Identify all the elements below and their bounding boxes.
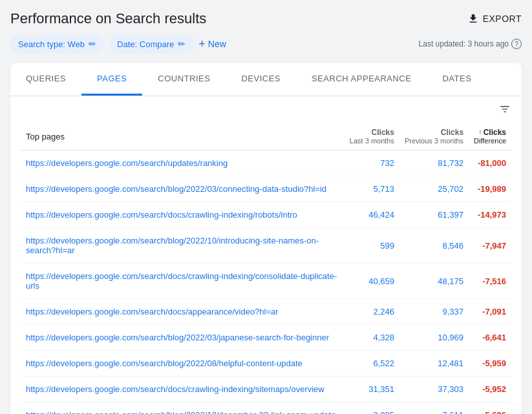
- row-url[interactable]: https://developers.google.com/search/blo…: [21, 325, 345, 351]
- tab-pages[interactable]: PAGES: [81, 63, 142, 96]
- row-clicks-last: 599: [345, 228, 399, 264]
- table-filter-button[interactable]: [498, 103, 511, 119]
- row-clicks-prev: 37,303: [399, 377, 469, 402]
- row-clicks-last: 46,424: [345, 202, 399, 228]
- row-url[interactable]: https://developers.google.com/search/blo…: [21, 176, 345, 202]
- row-url[interactable]: https://developers.google.com/search/blo…: [21, 402, 345, 415]
- row-clicks-diff: -7,947: [469, 228, 511, 264]
- row-url[interactable]: https://developers.google.com/search/doc…: [21, 264, 345, 299]
- last-updated: Last updated: 3 hours ago ?: [419, 39, 522, 49]
- row-clicks-diff: -19,989: [469, 176, 511, 202]
- row-url[interactable]: https://developers.google.com/search/blo…: [21, 228, 345, 264]
- date-chip[interactable]: Date: Compare ✏: [109, 35, 193, 53]
- row-clicks-prev: 7,611: [399, 402, 469, 415]
- table-row: https://developers.google.com/search/blo…: [21, 325, 511, 351]
- export-button[interactable]: EXPORT: [467, 13, 522, 25]
- row-clicks-last: 6,522: [345, 351, 399, 377]
- table-row: https://developers.google.com/search/doc…: [21, 202, 511, 228]
- page-header: Performance on Search results EXPORT: [10, 10, 522, 27]
- row-clicks-diff: -81,000: [469, 150, 511, 176]
- table-row: https://developers.google.com/search/doc…: [21, 299, 511, 325]
- row-clicks-last: 5,713: [345, 176, 399, 202]
- filter-bar: Search type: Web ✏ Date: Compare ✏ + New…: [10, 35, 522, 53]
- page-title: Performance on Search results: [10, 10, 206, 27]
- tab-devices[interactable]: DEVICES: [226, 63, 296, 96]
- edit-icon-date: ✏: [178, 39, 186, 49]
- row-clicks-prev: 9,337: [399, 299, 469, 325]
- row-clicks-prev: 81,732: [399, 150, 469, 176]
- table-row: https://developers.google.com/search/doc…: [21, 264, 511, 299]
- new-filter-button[interactable]: + New: [198, 38, 226, 50]
- row-clicks-last: 2,246: [345, 299, 399, 325]
- filter-left: Search type: Web ✏ Date: Compare ✏ + New: [10, 35, 226, 53]
- row-clicks-last: 31,351: [345, 377, 399, 402]
- row-url[interactable]: https://developers.google.com/search/doc…: [21, 202, 345, 228]
- tab-countries[interactable]: COUNTRIES: [142, 63, 226, 96]
- row-clicks-diff: -5,606: [469, 402, 511, 415]
- sort-arrow-icon: ↑: [478, 128, 482, 137]
- col-clicks-diff[interactable]: ↑ Clicks Difference: [469, 123, 511, 150]
- row-url[interactable]: https://developers.google.com/search/upd…: [21, 150, 345, 176]
- table-row: https://developers.google.com/search/blo…: [21, 402, 511, 415]
- row-url[interactable]: https://developers.google.com/search/doc…: [21, 299, 345, 325]
- row-clicks-last: 2,005: [345, 402, 399, 415]
- row-clicks-prev: 8,546: [399, 228, 469, 264]
- row-clicks-diff: -5,952: [469, 377, 511, 402]
- row-clicks-diff: -6,641: [469, 325, 511, 351]
- tab-dates[interactable]: DATES: [427, 63, 487, 96]
- col-clicks-prev[interactable]: Clicks Previous 3 months: [399, 123, 469, 150]
- col-top-pages: Top pages: [21, 123, 345, 150]
- edit-icon: ✏: [89, 39, 96, 49]
- row-clicks-last: 40,659: [345, 264, 399, 299]
- table-row: https://developers.google.com/search/blo…: [21, 351, 511, 377]
- col-clicks-last[interactable]: Clicks Last 3 months: [345, 123, 399, 150]
- row-clicks-prev: 25,702: [399, 176, 469, 202]
- row-clicks-prev: 12,481: [399, 351, 469, 377]
- table-row: https://developers.google.com/search/blo…: [21, 176, 511, 202]
- filter-icon: [498, 103, 511, 116]
- row-clicks-diff: -7,516: [469, 264, 511, 299]
- row-clicks-prev: 61,397: [399, 202, 469, 228]
- tabs: QUERIES PAGES COUNTRIES DEVICES SEARCH A…: [10, 63, 522, 96]
- table-toolbar: [21, 96, 511, 123]
- tab-queries[interactable]: QUERIES: [10, 63, 81, 96]
- table-row: https://developers.google.com/search/upd…: [21, 150, 511, 176]
- search-type-chip[interactable]: Search type: Web ✏: [10, 35, 104, 53]
- row-url[interactable]: https://developers.google.com/search/blo…: [21, 351, 345, 377]
- row-clicks-diff: -5,959: [469, 351, 511, 377]
- row-clicks-diff: -7,091: [469, 299, 511, 325]
- row-clicks-prev: 10,969: [399, 325, 469, 351]
- info-icon: ?: [511, 39, 522, 49]
- row-clicks-last: 732: [345, 150, 399, 176]
- row-clicks-prev: 48,175: [399, 264, 469, 299]
- tab-search-appearance[interactable]: SEARCH APPEARANCE: [296, 63, 427, 96]
- plus-icon: +: [198, 38, 206, 50]
- table-row: https://developers.google.com/search/doc…: [21, 377, 511, 402]
- main-card: QUERIES PAGES COUNTRIES DEVICES SEARCH A…: [10, 63, 522, 414]
- table-row: https://developers.google.com/search/blo…: [21, 228, 511, 264]
- row-clicks-last: 4,328: [345, 325, 399, 351]
- table-container: Top pages Clicks Last 3 months Clicks Pr…: [10, 96, 522, 414]
- data-table: Top pages Clicks Last 3 months Clicks Pr…: [21, 123, 511, 414]
- download-icon: [467, 13, 479, 25]
- row-clicks-diff: -14,973: [469, 202, 511, 228]
- row-url[interactable]: https://developers.google.com/search/doc…: [21, 377, 345, 402]
